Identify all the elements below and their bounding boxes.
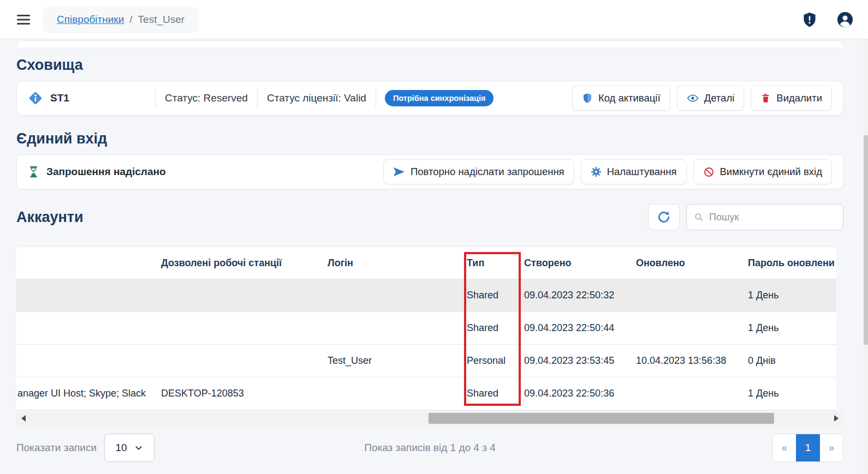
scroll-right-arrow-icon[interactable] — [834, 415, 839, 422]
gear-icon — [591, 166, 602, 177]
table-row[interactable]: Shared 09.04.2023 22:50:44 1 День — [16, 312, 836, 345]
col-header-type: Тип — [464, 257, 524, 269]
delete-button[interactable]: Видалити — [751, 86, 832, 111]
ban-icon — [703, 166, 715, 178]
accounts-title: Аккаунти — [16, 209, 84, 226]
partial-card-top — [16, 40, 843, 47]
refresh-button[interactable] — [648, 204, 680, 230]
storage-card: ST1 Статус: Reserved Статус ліцензії: Va… — [16, 81, 843, 116]
search-input[interactable] — [709, 212, 836, 223]
resend-invitation-button[interactable]: Повторно надіслати запрошення — [383, 159, 574, 184]
page-size-select[interactable]: 10 — [104, 434, 154, 462]
send-icon — [393, 166, 405, 177]
type-cell: Shared — [464, 322, 524, 334]
breadcrumb: Співробітники / Test_User — [43, 7, 199, 33]
horizontal-scrollbar-thumb[interactable] — [429, 413, 774, 424]
type-cell: Personal — [464, 355, 524, 367]
vertical-scrollbar-thumb[interactable] — [864, 135, 868, 345]
trash-icon — [760, 93, 771, 104]
vertical-scrollbar[interactable] — [864, 39, 868, 474]
col-header-created: Створено — [524, 257, 636, 269]
col-header-login: Логін — [325, 257, 464, 269]
pagination-page-1[interactable]: 1 — [796, 434, 820, 461]
accounts-table: Дозволені робочі станції Логін Тип Створ… — [16, 247, 836, 410]
refresh-icon — [657, 210, 671, 224]
disable-sso-button[interactable]: Вимкнути єдиний вхід — [693, 159, 832, 184]
details-button[interactable]: Деталі — [677, 86, 745, 111]
table-row[interactable]: anager UI Host; Skype; Slack DESKTOP-120… — [16, 377, 836, 410]
pagination: « 1 » — [772, 434, 843, 462]
sso-settings-button[interactable]: Налаштування — [581, 159, 687, 184]
table-header-row: Дозволені робочі станції Логін Тип Створ… — [16, 247, 836, 279]
sso-title: Єдиний вхід — [16, 130, 843, 147]
breadcrumb-link-employees[interactable]: Співробітники — [57, 14, 124, 26]
type-cell: Shared — [464, 388, 524, 399]
col-header-updated: Оновлено — [636, 257, 745, 269]
activation-code-button[interactable]: Код активації — [572, 86, 670, 111]
storage-name: ST1 — [50, 92, 69, 104]
page-size-label: Показати записи — [16, 442, 97, 454]
account-avatar-icon[interactable] — [836, 11, 854, 28]
horizontal-scrollbar[interactable] — [16, 411, 843, 425]
divider — [376, 88, 376, 109]
sync-needed-badge: Потрібна синхронізація — [385, 90, 494, 106]
storage-info-diamond-icon — [28, 91, 43, 106]
breadcrumb-current: Test_User — [138, 14, 185, 26]
alert-shield-icon[interactable] — [801, 11, 818, 28]
type-cell: Shared — [464, 290, 524, 301]
storage-status: Статус: Reserved — [156, 92, 257, 104]
table-row[interactable]: Shared 09.04.2023 22:50:32 1 День — [16, 279, 836, 312]
sso-card: Запрошення надіслано Повторно надіслати … — [16, 154, 843, 189]
table-row[interactable]: Test_User Personal 09.04.2023 23:53:45 1… — [16, 345, 836, 377]
eye-icon — [687, 92, 699, 104]
pagination-next-button[interactable]: » — [820, 434, 843, 461]
search-box — [686, 204, 843, 230]
col-header-workstations: Дозволені робочі станції — [161, 257, 325, 269]
shield-icon — [582, 93, 593, 104]
breadcrumb-separator: / — [129, 14, 132, 26]
hourglass-icon — [28, 165, 39, 178]
pagination-prev-button[interactable]: « — [773, 434, 796, 461]
sso-status-text: Запрошення надіслано — [46, 166, 166, 178]
menu-icon[interactable] — [14, 11, 33, 28]
chevron-down-icon — [134, 443, 144, 453]
page-size-value: 10 — [115, 442, 127, 454]
search-icon — [694, 211, 704, 223]
scroll-left-arrow-icon[interactable] — [21, 415, 26, 422]
top-bar: Співробітники / Test_User — [0, 0, 868, 39]
hamburger-icon — [16, 13, 31, 26]
col-header-password-updated: Пароль оновлени — [745, 257, 836, 269]
storages-title: Сховища — [16, 57, 843, 74]
storage-license-status: Статус ліцензії: Valid — [258, 92, 376, 104]
